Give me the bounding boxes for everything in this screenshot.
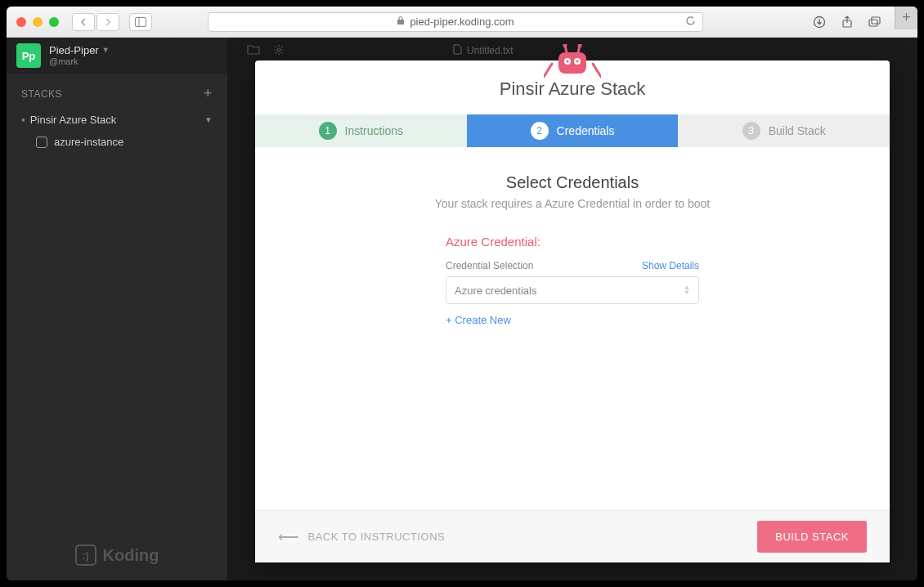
editor-tab-label: Untitled.txt [467, 45, 514, 56]
chevron-down-icon: ▼ [102, 46, 110, 55]
svg-line-15 [281, 46, 282, 47]
create-new-link[interactable]: + Create New [446, 314, 511, 326]
svg-rect-5 [869, 20, 877, 26]
vm-name: azure-instance [54, 136, 123, 148]
step-number: 1 [319, 122, 337, 140]
step-label: Instructions [345, 124, 404, 137]
bullet-icon: ● [21, 116, 25, 123]
show-details-link[interactable]: Show Details [642, 260, 699, 271]
main-area: Untitled.txt [227, 38, 917, 580]
workspace-logo: Pp [16, 43, 41, 68]
back-label: BACK TO INSTRUCTIONS [308, 531, 446, 543]
back-button[interactable] [72, 13, 95, 31]
vm-item[interactable]: azure-instance [7, 131, 227, 153]
svg-line-14 [276, 52, 276, 53]
url-text: pied-piper.koding.com [410, 16, 514, 28]
svg-rect-0 [136, 17, 146, 26]
maximize-window-button[interactable] [49, 17, 59, 27]
arrow-left-icon: ⟵ [278, 528, 300, 546]
minimize-window-button[interactable] [33, 17, 43, 27]
folder-icon[interactable] [247, 44, 260, 57]
url-bar[interactable]: pied-piper.koding.com [208, 12, 703, 32]
stack-item[interactable]: ● Pinsir Azure Stack ▼ [7, 109, 227, 131]
svg-rect-6 [872, 17, 880, 24]
select-credentials-subtitle: Your stack requires a Azure Credential i… [435, 197, 710, 210]
new-tab-button[interactable]: + [895, 7, 917, 29]
app-frame: Pp Pied-Piper ▼ @mark STACKS + ● Pinsir … [7, 38, 917, 580]
svg-line-17 [593, 64, 601, 77]
step-build-stack[interactable]: 3 Build Stack [678, 114, 890, 147]
stacks-section-header: STACKS + [7, 74, 227, 109]
toolbar-right: + [808, 13, 908, 31]
browser-titlebar: pied-piper.koding.com + [7, 7, 917, 38]
koding-brand: :) Koding [7, 544, 227, 566]
svg-rect-2 [397, 20, 404, 25]
step-credentials[interactable]: 2 Credentials [467, 114, 679, 147]
svg-rect-18 [558, 52, 586, 74]
app-sidebar: Pp Pied-Piper ▼ @mark STACKS + ● Pinsir … [7, 38, 227, 580]
credential-block: Azure Credential: Credential Selection S… [446, 235, 699, 327]
modal-footer: ⟵ BACK TO INSTRUCTIONS BUILD STACK [255, 510, 890, 562]
tabs-icon[interactable] [863, 13, 886, 31]
gear-icon[interactable] [273, 44, 285, 58]
workspace-user: @mark [49, 56, 110, 67]
sidebar-toggle-button[interactable] [129, 13, 152, 31]
editor-tab[interactable]: Untitled.txt [445, 39, 522, 62]
stack-name: Pinsir Azure Stack [30, 114, 117, 126]
chevron-down-icon[interactable]: ▼ [204, 115, 213, 124]
workspace-info: Pied-Piper ▼ @mark [49, 44, 110, 68]
step-label: Credentials [557, 124, 615, 137]
window-controls [16, 17, 59, 27]
koding-brand-text: Koding [103, 546, 159, 565]
svg-line-13 [281, 52, 282, 53]
back-to-instructions-button[interactable]: ⟵ BACK TO INSTRUCTIONS [278, 528, 445, 546]
svg-point-25 [567, 60, 569, 63]
koding-logo-icon: :) [75, 544, 96, 566]
workspace-name: Pied-Piper ▼ [49, 44, 110, 57]
credential-heading: Azure Credential: [446, 235, 699, 249]
svg-line-12 [276, 46, 276, 47]
reload-icon[interactable] [685, 16, 696, 29]
select-credentials-title: Select Credentials [506, 173, 639, 192]
modal-body: Select Credentials Your stack requires a… [255, 147, 890, 510]
stack-modal: Pinsir Azure Stack 1 Instructions 2 Cred… [255, 60, 890, 562]
step-label: Build Stack [769, 124, 826, 137]
stacks-label: STACKS [21, 88, 62, 100]
step-instructions[interactable]: 1 Instructions [255, 114, 467, 147]
step-number: 3 [742, 122, 760, 140]
credential-row: Credential Selection Show Details [446, 260, 699, 271]
svg-point-7 [277, 48, 280, 52]
lock-icon [397, 16, 405, 28]
browser-window: pied-piper.koding.com + Pp [7, 7, 917, 580]
vm-icon [36, 137, 47, 148]
add-stack-button[interactable]: + [204, 85, 213, 102]
select-chevron-icon: ▲▼ [684, 285, 690, 295]
credential-select[interactable]: Azure credentials ▲▼ [446, 276, 699, 304]
workspace-name-text: Pied-Piper [49, 44, 99, 57]
stepper: 1 Instructions 2 Credentials 3 Build Sta… [255, 114, 890, 147]
close-window-button[interactable] [16, 17, 26, 27]
credential-selected-value: Azure credentials [455, 285, 536, 297]
downloads-icon[interactable] [808, 13, 831, 31]
svg-line-16 [544, 64, 552, 77]
svg-point-26 [576, 60, 579, 63]
workspace-header[interactable]: Pp Pied-Piper ▼ @mark [7, 38, 227, 74]
credential-label: Credential Selection [446, 260, 533, 271]
step-number: 2 [531, 122, 549, 140]
robot-icon [544, 44, 601, 83]
share-icon[interactable] [836, 13, 859, 31]
nav-buttons [72, 13, 119, 31]
build-stack-button[interactable]: BUILD STACK [757, 521, 867, 553]
file-icon [453, 44, 462, 57]
forward-button[interactable] [96, 13, 119, 31]
